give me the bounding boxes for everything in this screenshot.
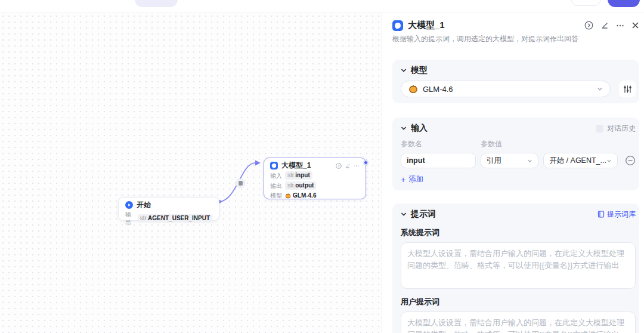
panel-header: 大模型_1 (392, 20, 639, 31)
plus-icon: + (401, 176, 405, 183)
secondary-action-button[interactable] (571, 0, 601, 6)
llm-node-output-port[interactable] (364, 161, 368, 165)
glm-model-icon (285, 193, 291, 199)
panel-subtitle: 根据输入的提示词，调用选定的大模型，对提示词作出回答 (392, 34, 639, 44)
book-icon (597, 211, 605, 218)
node-config-panel: 大模型_1 根据输入的提示词，调用选定的大模型，对提示词作出回答 模型 (382, 13, 644, 333)
model-select-value: GLM-4.6 (423, 85, 453, 94)
collapse-chevron-icon[interactable] (401, 125, 407, 131)
topbar (0, 0, 644, 13)
model-section-title: 模型 (411, 65, 428, 76)
collapse-chevron-icon[interactable] (401, 67, 407, 73)
llm-model-label: 模型 (270, 192, 282, 199)
chevron-down-icon (597, 86, 603, 92)
llm-output-pill: str. output (285, 181, 316, 190)
glm-logo-icon (408, 84, 418, 94)
chevron-down-icon (606, 158, 612, 164)
node-edit-icon[interactable] (345, 163, 351, 169)
remove-param-button[interactable] (625, 155, 636, 166)
model-params-button[interactable] (619, 81, 636, 97)
llm-output-label: 输出 (270, 182, 282, 190)
close-panel-icon[interactable] (631, 21, 639, 29)
param-name-input[interactable] (401, 153, 476, 168)
collapse-chevron-icon[interactable] (401, 211, 407, 217)
add-param-button[interactable]: + 添加 (401, 174, 636, 184)
param-mode-select[interactable]: 引用 (481, 153, 538, 168)
llm-model-value: GLM-4.6 (293, 192, 316, 199)
user-prompt-label: 用户提示词 (401, 297, 636, 307)
edge-action-icon (239, 181, 243, 186)
edge-action-button[interactable] (236, 178, 245, 188)
llm-node-icon (270, 162, 278, 169)
param-value-label: 参数值 (481, 139, 502, 149)
llm-panel-icon (392, 20, 403, 31)
input-section: 输入 对话历史 参数名 参数值 引用 开始 / AGENT_... (392, 118, 639, 190)
start-node-title: 开始 (137, 201, 151, 209)
workflow-canvas[interactable]: 开始 输出 str. AGENT_USER_INPUT 大模型_1 (0, 13, 382, 333)
history-label: 对话历史 (607, 124, 636, 134)
llm-input-label: 输入 (270, 172, 282, 180)
system-prompt-textarea[interactable] (401, 242, 636, 289)
panel-title: 大模型_1 (408, 20, 445, 31)
prompt-library-link[interactable]: 提示词库 (597, 209, 636, 220)
topbar-tab-pill[interactable] (135, 0, 178, 7)
history-checkbox[interactable] (596, 125, 603, 132)
primary-action-button[interactable] (608, 0, 640, 7)
node-more-icon[interactable] (354, 163, 360, 169)
llm-input-pill: str. input (285, 171, 312, 180)
more-options-icon[interactable] (616, 21, 624, 30)
user-prompt-textarea[interactable] (401, 312, 636, 333)
run-node-icon[interactable] (584, 21, 593, 30)
start-icon (125, 201, 133, 209)
node-run-icon[interactable] (336, 163, 342, 169)
model-section: 模型 GLM-4.6 (392, 60, 639, 103)
sliders-icon (623, 85, 632, 94)
param-name-label: 参数名 (401, 139, 481, 149)
edit-node-icon[interactable] (600, 21, 609, 30)
start-output-pill: str. AGENT_USER_INPUT (138, 214, 212, 223)
llm-node-title: 大模型_1 (281, 162, 311, 169)
param-ref-select[interactable]: 开始 / AGENT_... (543, 153, 618, 168)
model-select[interactable]: GLM-4.6 (401, 81, 611, 97)
llm-node[interactable]: 大模型_1 输入 str. input 输出 (264, 158, 366, 199)
start-node[interactable]: 开始 输出 str. AGENT_USER_INPUT (118, 197, 219, 221)
edge-arrow-icon (255, 161, 261, 166)
chevron-down-icon (527, 158, 532, 164)
system-prompt-label: 系统提示词 (401, 227, 636, 238)
input-section-title: 输入 (411, 123, 428, 134)
prompt-section-title: 提示词 (411, 209, 436, 220)
start-output-label: 输出 (125, 211, 135, 226)
prompt-section: 提示词 提示词库 系统提示词 用户提示词 (392, 204, 639, 333)
